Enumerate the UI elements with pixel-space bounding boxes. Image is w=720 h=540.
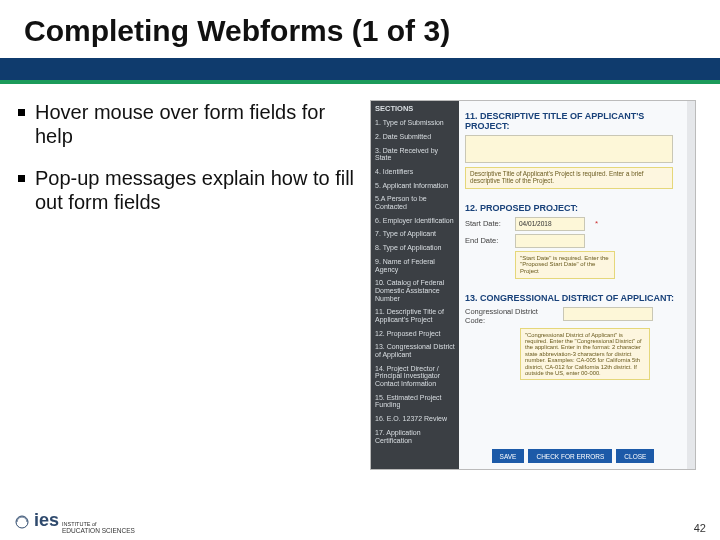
proposed-project-tooltip: "Start Date" is required. Enter the "Pro…	[515, 251, 615, 279]
header-bar-dark	[0, 58, 720, 80]
sidebar-item[interactable]: 14. Project Director / Principal Investi…	[375, 365, 455, 388]
sidebar-item[interactable]: 15. Estimated Project Funding	[375, 394, 455, 409]
end-date-label: End Date:	[465, 236, 507, 245]
section-12-heading: 12. PROPOSED PROJECT:	[465, 203, 681, 213]
form-button-bar: SAVE CHECK FOR ERRORS CLOSE	[459, 449, 687, 465]
cong-district-label: Congressional District Code:	[465, 307, 555, 325]
start-date-label: Start Date:	[465, 219, 507, 228]
section-13-heading: 13. CONGRESSIONAL DISTRICT OF APPLICANT:	[465, 293, 681, 303]
logo-icon	[14, 514, 30, 530]
close-button[interactable]: CLOSE	[616, 449, 654, 463]
sidebar-item[interactable]: 7. Type of Applicant	[375, 230, 455, 238]
bullet-2-text: Pop-up messages explain how to fill out …	[35, 166, 358, 214]
form-screenshot: SECTIONS 1. Type of Submission 2. Date S…	[370, 100, 696, 470]
cong-district-row: Congressional District Code:	[465, 307, 681, 325]
screenshot-wrapper: SECTIONS 1. Type of Submission 2. Date S…	[370, 100, 696, 470]
check-errors-button[interactable]: CHECK FOR ERRORS	[528, 449, 612, 463]
save-button[interactable]: SAVE	[492, 449, 525, 463]
end-date-row: End Date:	[465, 234, 681, 248]
bullet-marker	[18, 109, 25, 116]
start-date-input[interactable]: 04/01/2018	[515, 217, 585, 231]
start-date-row: Start Date: 04/01/2018 *	[465, 217, 681, 231]
page-number: 42	[694, 522, 706, 534]
required-asterisk: *	[595, 219, 598, 228]
sidebar-item[interactable]: 16. E.O. 12372 Review	[375, 415, 455, 423]
project-title-input[interactable]	[465, 135, 673, 163]
sidebar-item[interactable]: 13. Congressional District of Applicant	[375, 343, 455, 358]
form-main: 11. DESCRIPTIVE TITLE OF APPLICANT'S PRO…	[459, 101, 687, 469]
sidebar-item[interactable]: 3. Date Received by State	[375, 147, 455, 162]
bullet-2: Pop-up messages explain how to fill out …	[18, 166, 358, 214]
svg-point-0	[16, 516, 28, 528]
form-scrollbar[interactable]	[687, 101, 695, 469]
bullet-1: Hover mouse over form fields for help	[18, 100, 358, 148]
sidebar-item[interactable]: 2. Date Submitted	[375, 133, 455, 141]
content-area: Hover mouse over form fields for help Po…	[0, 84, 720, 470]
section-11-heading: 11. DESCRIPTIVE TITLE OF APPLICANT'S PRO…	[465, 111, 681, 131]
form-sidebar: SECTIONS 1. Type of Submission 2. Date S…	[371, 101, 459, 469]
ies-logo: ies INSTITUTE of EDUCATION SCIENCES	[14, 510, 135, 534]
slide-title: Completing Webforms (1 of 3)	[0, 0, 720, 58]
project-title-tooltip: Descriptive Title of Applicant's Project…	[465, 167, 673, 189]
bullet-marker	[18, 175, 25, 182]
sidebar-item[interactable]: 5.A Person to be Contacted	[375, 195, 455, 210]
bullet-list: Hover mouse over form fields for help Po…	[18, 100, 358, 470]
sidebar-item[interactable]: 9. Name of Federal Agency	[375, 258, 455, 273]
end-date-input[interactable]	[515, 234, 585, 248]
logo-text: INSTITUTE of EDUCATION SCIENCES	[62, 522, 135, 534]
sidebar-item[interactable]: 8. Type of Application	[375, 244, 455, 252]
sidebar-item[interactable]: 11. Descriptive Title of Applicant's Pro…	[375, 308, 455, 323]
sidebar-item[interactable]: 1. Type of Submission	[375, 119, 455, 127]
sidebar-item[interactable]: 5. Applicant Information	[375, 182, 455, 190]
sidebar-header: SECTIONS	[375, 105, 455, 113]
sidebar-item[interactable]: 10. Catalog of Federal Domestic Assistan…	[375, 279, 455, 302]
sidebar-item[interactable]: 6. Employer Identification	[375, 217, 455, 225]
sidebar-item[interactable]: 12. Proposed Project	[375, 330, 455, 338]
footer: ies INSTITUTE of EDUCATION SCIENCES 42	[14, 510, 706, 534]
cong-district-input[interactable]	[563, 307, 653, 321]
sidebar-item[interactable]: 4. Identifiers	[375, 168, 455, 176]
bullet-1-text: Hover mouse over form fields for help	[35, 100, 358, 148]
sidebar-item[interactable]: 17. Application Certification	[375, 429, 455, 444]
logo-brand: ies	[34, 510, 59, 531]
cong-district-tooltip: "Congressional District of Applicant" is…	[520, 328, 650, 381]
slide: Completing Webforms (1 of 3) Hover mouse…	[0, 0, 720, 540]
